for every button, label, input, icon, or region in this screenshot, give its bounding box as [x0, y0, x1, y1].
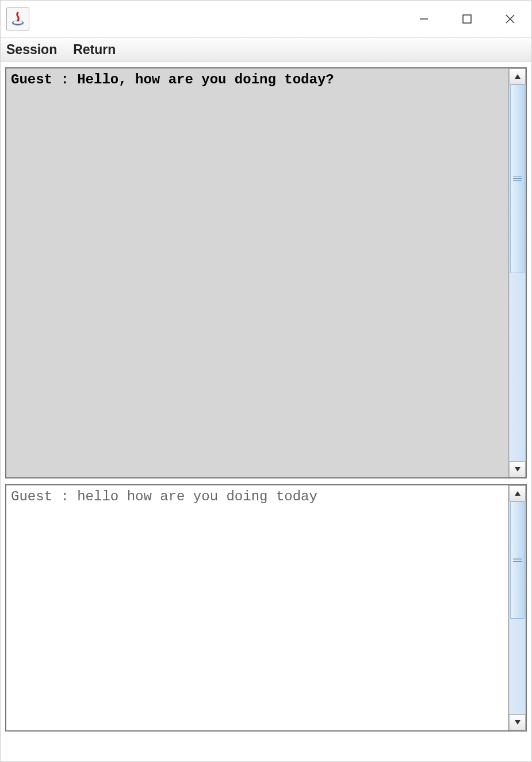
chevron-up-icon — [514, 491, 521, 496]
scroll-grip-icon — [513, 177, 522, 181]
chevron-up-icon — [514, 74, 521, 79]
scroll-grip-icon — [513, 558, 522, 562]
menu-session[interactable]: Session — [6, 42, 57, 58]
close-button[interactable] — [488, 5, 531, 33]
menu-return[interactable]: Return — [73, 42, 116, 58]
java-app-icon — [6, 7, 29, 30]
scroll-thumb[interactable] — [510, 501, 525, 619]
chat-input-text[interactable]: Guest : hello how are you doing today — [6, 485, 508, 730]
svg-marker-6 — [515, 467, 520, 472]
chat-history-pane: Guest : Hello, how are you doing today? — [5, 67, 527, 478]
chevron-down-icon — [514, 719, 521, 725]
svg-marker-5 — [515, 74, 520, 79]
maximize-button[interactable] — [445, 5, 488, 33]
scroll-down-button[interactable] — [509, 714, 526, 730]
minimize-button[interactable] — [402, 5, 445, 33]
scroll-down-button[interactable] — [509, 461, 526, 477]
chevron-down-icon — [514, 466, 521, 472]
scroll-thumb[interactable] — [510, 85, 525, 273]
titlebar — [1, 1, 531, 37]
scroll-up-button[interactable] — [509, 485, 526, 501]
scroll-up-button[interactable] — [509, 68, 526, 85]
content-area: Guest : Hello, how are you doing today? … — [1, 62, 531, 761]
scroll-track[interactable] — [509, 85, 526, 461]
input-scrollbar[interactable] — [508, 485, 526, 730]
app-window: Session Return Guest : Hello, how are yo… — [0, 0, 532, 762]
chat-history-text: Guest : Hello, how are you doing today? — [6, 68, 508, 477]
menubar: Session Return — [1, 37, 531, 62]
scroll-track[interactable] — [509, 501, 526, 714]
svg-marker-7 — [515, 491, 520, 496]
history-scrollbar[interactable] — [508, 68, 526, 477]
chat-input-pane: Guest : hello how are you doing today — [5, 484, 527, 732]
svg-marker-8 — [515, 720, 520, 725]
svg-rect-2 — [463, 15, 471, 23]
